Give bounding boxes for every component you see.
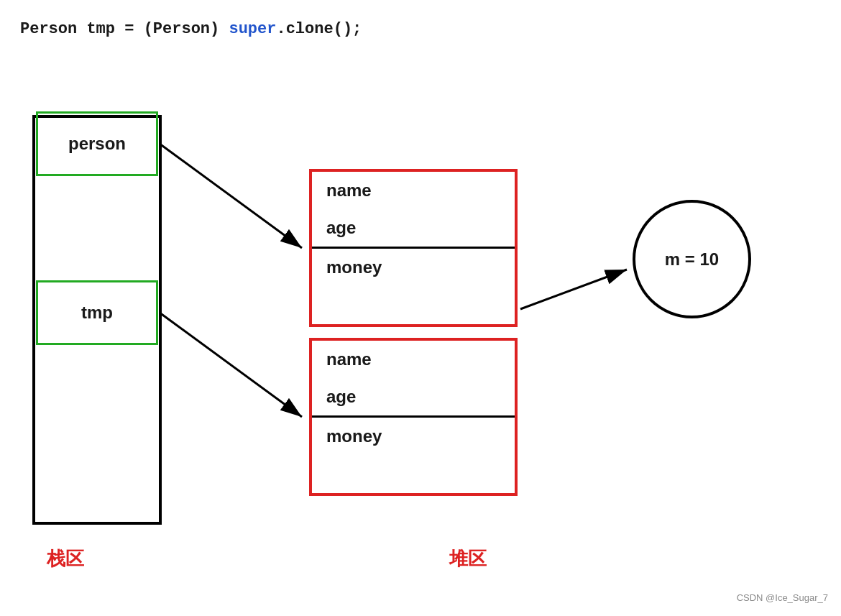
heap-box-bottom: name age money [309, 338, 518, 496]
heap-bottom-age: age [312, 378, 515, 415]
circle-box: m = 10 [633, 200, 751, 318]
code-line: Person tmp = (Person) super.clone(); [20, 20, 362, 38]
heap-top-age: age [312, 209, 515, 247]
circle-label: m = 10 [665, 249, 719, 270]
heap-label: 堆区 [449, 546, 487, 571]
tmp-label: tmp [81, 303, 113, 323]
heap-bottom-money: money [312, 418, 515, 455]
code-super: super [229, 20, 276, 38]
tmp-cell: tmp [36, 280, 158, 345]
person-cell: person [36, 111, 158, 176]
svg-line-1 [160, 144, 302, 248]
watermark: CSDN @Ice_Sugar_7 [737, 592, 828, 603]
heap-top-money: money [312, 249, 515, 286]
code-part1: Person tmp = (Person) [20, 20, 229, 38]
svg-line-3 [520, 270, 627, 309]
svg-line-2 [160, 313, 302, 417]
heap-bottom-name: name [312, 341, 515, 378]
stack-label: 栈区 [47, 546, 84, 571]
heap-box-top: name age money [309, 169, 518, 327]
person-label: person [68, 134, 126, 154]
code-part3: .clone(); [276, 20, 362, 38]
heap-top-name: name [312, 172, 515, 209]
